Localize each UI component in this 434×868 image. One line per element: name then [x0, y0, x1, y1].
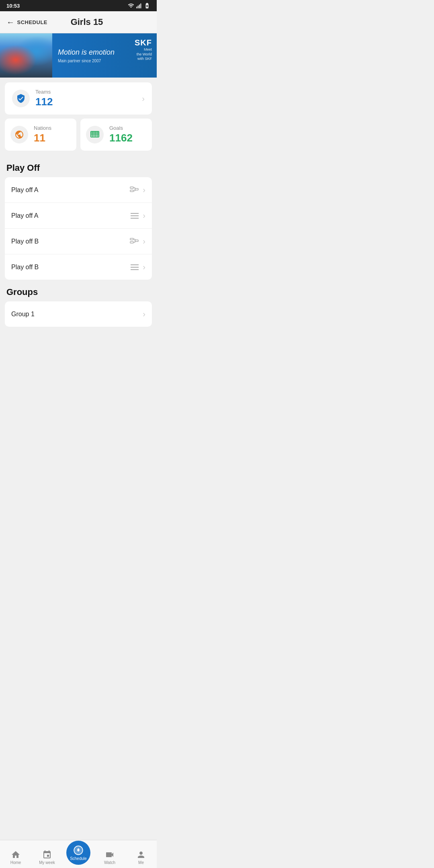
svg-rect-22 — [130, 242, 133, 243]
banner-crowd-image — [0, 33, 52, 78]
lines-icon-1 — [131, 213, 139, 219]
svg-rect-1 — [138, 6, 139, 8]
back-button[interactable]: ← SCHEDULE — [6, 18, 47, 27]
groups-list: Group 1 › — [5, 301, 152, 327]
skf-brand-sub: Meetthe Worldwith SKF — [135, 47, 152, 61]
playoff-item-1-chevron: › — [143, 211, 145, 220]
group-item-0-chevron: › — [143, 309, 145, 319]
skf-logo: SKF Meetthe Worldwith SKF — [135, 38, 152, 61]
goals-stat-card[interactable]: Goals 1162 — [80, 119, 152, 151]
goal-net-icon — [90, 130, 100, 139]
stats-section: Teams 112 › Nations 11 — [0, 78, 157, 156]
svg-rect-12 — [130, 187, 133, 188]
bracket-icon-2 — [130, 238, 139, 245]
teams-icon-circle — [12, 90, 30, 107]
globe-icon — [14, 130, 24, 139]
playoff-item-3[interactable]: Play off B › — [5, 254, 152, 280]
svg-rect-23 — [135, 240, 138, 242]
group-item-0-label: Group 1 — [11, 311, 35, 318]
playoff-item-3-label: Play off B — [11, 264, 39, 271]
teams-value: 112 — [35, 96, 53, 108]
header: ← SCHEDULE Girls 15 — [0, 11, 157, 33]
playoff-item-0-label: Play off A — [11, 186, 38, 194]
goals-icon-circle — [86, 126, 104, 143]
wifi-icon — [128, 2, 134, 9]
bracket-icon-0 — [130, 186, 139, 194]
sponsor-banner[interactable]: Motion is emotion Main partner since 200… — [0, 33, 157, 78]
nations-label: Nations — [34, 125, 51, 131]
svg-rect-21 — [130, 238, 133, 240]
back-arrow-icon: ← — [6, 18, 15, 27]
playoff-item-1[interactable]: Play off A › — [5, 203, 152, 229]
playoff-item-2-label: Play off B — [11, 238, 39, 245]
playoff-item-0[interactable]: Play off A › — [5, 177, 152, 203]
playoff-item-2-chevron: › — [143, 237, 145, 246]
teams-chevron-icon: › — [142, 94, 145, 103]
skf-brand-name: SKF — [135, 38, 152, 47]
group-item-0[interactable]: Group 1 › — [5, 301, 152, 327]
svg-rect-3 — [140, 4, 141, 8]
goals-value: 1162 — [109, 132, 133, 144]
playoff-section-title: Play Off — [0, 156, 157, 177]
svg-rect-14 — [135, 188, 138, 190]
playoff-item-2[interactable]: Play off B › — [5, 229, 152, 254]
nations-value: 11 — [34, 132, 51, 144]
status-icons — [128, 2, 150, 9]
playoff-item-3-chevron: › — [143, 262, 145, 272]
teams-stat-card[interactable]: Teams 112 › — [5, 82, 152, 115]
playoff-list: Play off A › Play off A — [5, 177, 152, 280]
svg-rect-2 — [139, 4, 140, 8]
teams-label: Teams — [35, 89, 53, 95]
back-label: SCHEDULE — [17, 19, 48, 25]
nations-stat-card[interactable]: Nations 11 — [5, 119, 76, 151]
svg-rect-13 — [130, 190, 133, 192]
status-bar: 10:53 — [0, 0, 157, 11]
playoff-item-0-chevron: › — [143, 185, 145, 194]
nations-goals-row: Nations 11 — [5, 119, 152, 151]
lines-icon-3 — [131, 264, 139, 270]
signal-icon — [136, 2, 142, 9]
page-content: Motion is emotion Main partner since 200… — [0, 33, 157, 371]
svg-rect-0 — [136, 7, 137, 8]
battery-icon — [144, 2, 150, 9]
banner-image — [0, 33, 52, 78]
playoff-item-1-label: Play off A — [11, 212, 38, 219]
goals-label: Goals — [109, 125, 133, 131]
page-title: Girls 15 — [47, 17, 126, 27]
groups-section-title: Groups — [0, 280, 157, 301]
svg-rect-4 — [91, 131, 99, 137]
shield-check-icon — [16, 94, 26, 103]
status-time: 10:53 — [6, 3, 20, 9]
nations-icon-circle — [10, 126, 28, 143]
